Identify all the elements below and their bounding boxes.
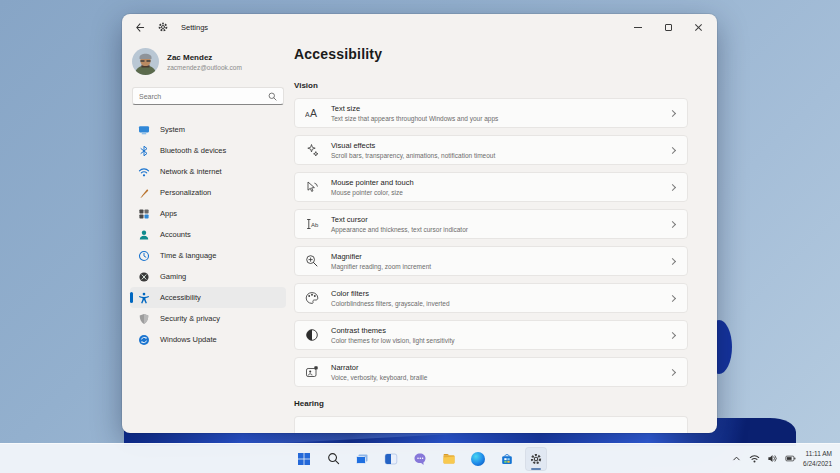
bluetooth-icon bbox=[138, 145, 150, 157]
close-icon bbox=[694, 23, 703, 32]
apps-grid-icon bbox=[138, 208, 150, 220]
store-button[interactable] bbox=[496, 447, 518, 471]
wifi-icon bbox=[138, 166, 150, 178]
mouse-pointer-icon bbox=[305, 180, 319, 194]
chevron-right-icon bbox=[669, 331, 676, 338]
card-subtitle: Magnifier reading, zoom increment bbox=[331, 263, 670, 270]
settings-gear-icon bbox=[529, 452, 543, 466]
text-cursor-icon: Ab bbox=[305, 217, 319, 231]
card-subtitle: Colorblindness filters, grayscale, inver… bbox=[331, 300, 670, 307]
sidebar-item-bluetooth-devices[interactable]: Bluetooth & devices bbox=[130, 140, 286, 161]
sidebar-item-network-internet[interactable]: Network & internet bbox=[130, 161, 286, 182]
section-hearing: Hearing bbox=[294, 399, 688, 408]
sidebar-item-security-privacy[interactable]: Security & privacy bbox=[130, 308, 286, 329]
card-contrast-themes[interactable]: Contrast themes Color themes for low vis… bbox=[294, 320, 688, 350]
card-subtitle: Color themes for low vision, light sensi… bbox=[331, 337, 670, 344]
sidebar-item-accessibility[interactable]: Accessibility bbox=[130, 287, 286, 308]
edge-icon bbox=[471, 452, 485, 466]
chevron-right-icon bbox=[669, 257, 676, 264]
task-view-button[interactable] bbox=[351, 447, 373, 471]
card-title: Mouse pointer and touch bbox=[331, 178, 670, 187]
minimize-button[interactable] bbox=[623, 16, 653, 38]
sidebar-item-time-language[interactable]: Time & language bbox=[130, 245, 286, 266]
tray-chevron-up-icon[interactable] bbox=[731, 453, 742, 464]
card-text-cursor[interactable]: Ab Text cursor Appearance and thickness,… bbox=[294, 209, 688, 239]
xbox-icon bbox=[138, 271, 150, 283]
sidebar-item-accounts[interactable]: Accounts bbox=[130, 224, 286, 245]
card-color-filters[interactable]: Color filters Colorblindness filters, gr… bbox=[294, 283, 688, 313]
start-button[interactable] bbox=[293, 447, 315, 471]
card-title: Text size bbox=[331, 104, 670, 113]
magnifier-icon bbox=[305, 254, 319, 268]
card-hearing-partial[interactable] bbox=[294, 416, 688, 433]
tray-wifi-icon[interactable] bbox=[749, 453, 760, 464]
sidebar-item-windows-update[interactable]: Windows Update bbox=[130, 329, 286, 350]
file-explorer-button[interactable] bbox=[438, 447, 460, 471]
close-button[interactable] bbox=[683, 16, 713, 38]
profile-text: Zac Mendez zacmendez@outlook.com bbox=[167, 53, 242, 71]
card-title: Narrator bbox=[331, 363, 670, 372]
visual-effects-icon bbox=[305, 143, 319, 157]
tray-volume-icon[interactable] bbox=[767, 453, 778, 464]
card-mouse-pointer-touch[interactable]: Mouse pointer and touch Mouse pointer co… bbox=[294, 172, 688, 202]
contrast-icon bbox=[305, 328, 319, 342]
search-box[interactable] bbox=[132, 87, 284, 105]
store-icon bbox=[500, 452, 514, 466]
window-title: Settings bbox=[181, 23, 208, 32]
sidebar-item-gaming[interactable]: Gaming bbox=[130, 266, 286, 287]
sidebar-item-system[interactable]: System bbox=[130, 119, 286, 140]
card-visual-effects[interactable]: Visual effects Scroll bars, transparency… bbox=[294, 135, 688, 165]
card-magnifier[interactable]: Magnifier Magnifier reading, zoom increm… bbox=[294, 246, 688, 276]
card-subtitle: Appearance and thickness, text cursor in… bbox=[331, 226, 670, 233]
settings-gear-icon bbox=[153, 17, 173, 37]
sidebar-nav: System Bluetooth & devices Network & int… bbox=[130, 119, 286, 350]
brush-icon bbox=[138, 187, 150, 199]
sidebar: Zac Mendez zacmendez@outlook.com System bbox=[122, 40, 294, 433]
widgets-button[interactable] bbox=[380, 447, 402, 471]
user-profile[interactable]: Zac Mendez zacmendez@outlook.com bbox=[132, 48, 286, 75]
person-icon bbox=[138, 229, 150, 241]
accessibility-person-icon bbox=[138, 292, 150, 304]
chevron-right-icon bbox=[669, 368, 676, 375]
taskbar-clock[interactable]: 11:11 AM 6/24/2021 bbox=[803, 449, 832, 469]
clock-date: 6/24/2021 bbox=[803, 459, 832, 469]
card-title: Text cursor bbox=[331, 215, 670, 224]
tray-battery-icon[interactable] bbox=[785, 453, 796, 464]
taskbar-settings-button[interactable] bbox=[525, 447, 547, 471]
system-icon bbox=[138, 124, 150, 136]
search-icon bbox=[327, 452, 340, 465]
narrator-icon bbox=[305, 365, 319, 379]
system-tray: 11:11 AM 6/24/2021 bbox=[731, 449, 832, 469]
user-name: Zac Mendez bbox=[167, 53, 242, 62]
text-size-icon: AA bbox=[305, 106, 319, 120]
chevron-right-icon bbox=[669, 109, 676, 116]
titlebar: Settings bbox=[122, 14, 717, 40]
search-input[interactable] bbox=[139, 93, 268, 100]
taskbar-search-button[interactable] bbox=[322, 447, 344, 471]
avatar bbox=[132, 48, 159, 75]
clock-globe-icon bbox=[138, 250, 150, 262]
back-arrow-icon bbox=[134, 22, 145, 33]
maximize-button[interactable] bbox=[653, 16, 683, 38]
desktop: Settings Zac bbox=[0, 0, 840, 473]
card-narrator[interactable]: Narrator Voice, verbosity, keyboard, bra… bbox=[294, 357, 688, 387]
card-title: Color filters bbox=[331, 289, 670, 298]
card-subtitle: Scroll bars, transparency, animations, n… bbox=[331, 152, 670, 159]
windows-logo-icon bbox=[297, 452, 311, 466]
vision-card-list: AA Text size Text size that appears thro… bbox=[294, 98, 688, 387]
chat-button[interactable] bbox=[409, 447, 431, 471]
folder-icon bbox=[442, 452, 456, 466]
svg-text:A: A bbox=[310, 107, 317, 119]
back-button[interactable] bbox=[129, 17, 149, 37]
taskbar-center bbox=[293, 447, 547, 471]
task-view-icon bbox=[355, 452, 369, 466]
chevron-right-icon bbox=[669, 294, 676, 301]
clock-time: 11:11 AM bbox=[803, 449, 832, 459]
card-text-size[interactable]: AA Text size Text size that appears thro… bbox=[294, 98, 688, 128]
sidebar-item-personalization[interactable]: Personalization bbox=[130, 182, 286, 203]
card-subtitle: Mouse pointer color, size bbox=[331, 189, 670, 196]
sidebar-item-apps[interactable]: Apps bbox=[130, 203, 286, 224]
search-icon bbox=[268, 92, 277, 101]
chat-icon bbox=[413, 452, 427, 466]
edge-button[interactable] bbox=[467, 447, 489, 471]
